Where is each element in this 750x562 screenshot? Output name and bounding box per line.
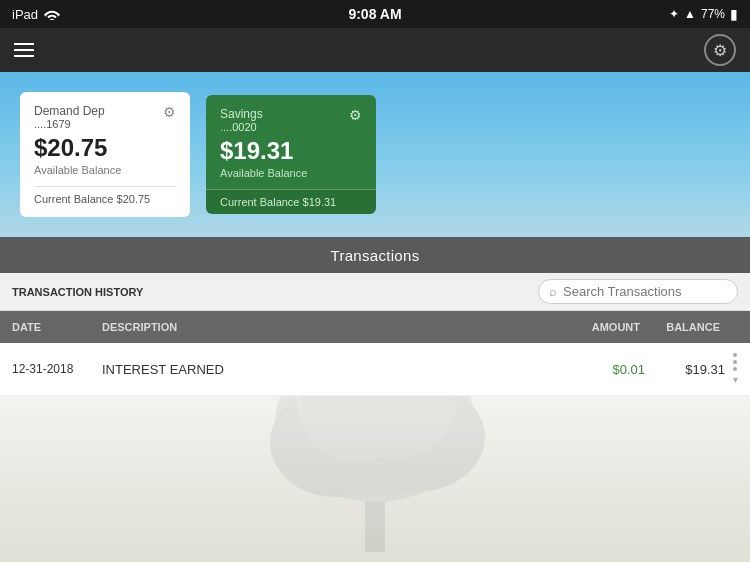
row-actions[interactable]: ▾ [733,353,738,385]
battery-icon: ▮ [730,6,738,22]
account-gear-1[interactable]: ⚙ [163,104,176,120]
col-header-date: DATE [12,321,102,333]
account-gear-2[interactable]: ⚙ [349,107,362,123]
column-headers: DATE DESCRIPTION AMOUNT BALANCE [0,311,750,343]
search-box[interactable]: ⌕ [538,279,738,304]
dot-3 [733,367,737,371]
transactions-title: Transactions [331,247,420,264]
transaction-amount: $0.01 [565,362,645,377]
hero-section: Demand Dep ....1679 ⚙ $20.75 Available B… [0,72,750,237]
tree-background [0,383,750,562]
battery-label: 77% [701,7,725,21]
nav-bar: ⚙ [0,28,750,72]
bluetooth-icon: ✦ [669,7,679,21]
transaction-description: INTEREST EARNED [102,362,565,377]
table-row[interactable]: 12-31-2018 INTEREST EARNED $0.01 $19.31 … [0,343,750,396]
transaction-date: 12-31-2018 [12,362,102,376]
col-header-amount: AMOUNT [560,321,640,333]
search-input[interactable] [563,284,727,299]
transaction-balance: $19.31 [645,362,725,377]
gear-icon: ⚙ [713,41,727,60]
current-balance-2: Current Balance $19.31 [206,189,376,214]
col-header-balance: BALANCE [640,321,720,333]
account-type-2: Savings [220,107,263,121]
menu-button[interactable] [14,43,34,57]
available-label-1: Available Balance [34,164,176,176]
account-balance-2: $19.31 [220,137,362,165]
history-label: TRANSACTION HISTORY [12,286,538,298]
status-bar: iPad 9:08 AM ✦ ▲ 77% ▮ [0,0,750,28]
transactions-body: 12-31-2018 INTEREST EARNED $0.01 $19.31 … [0,343,750,562]
status-left: iPad [12,7,60,22]
available-label-2: Available Balance [220,167,362,179]
account-number-1: ....1679 [34,118,105,130]
table-header: TRANSACTION HISTORY ⌕ [0,273,750,311]
settings-button[interactable]: ⚙ [704,34,736,66]
carrier-label: iPad [12,7,38,22]
status-time: 9:08 AM [348,6,401,22]
account-card-demand[interactable]: Demand Dep ....1679 ⚙ $20.75 Available B… [20,92,190,217]
current-balance-1: Current Balance $20.75 [34,186,176,205]
chevron-down-icon: ▾ [733,374,738,385]
wifi-icon [44,8,60,20]
account-balance-1: $20.75 [34,134,176,162]
col-header-description: DESCRIPTION [102,321,560,333]
account-card-savings[interactable]: Savings ....0020 ⚙ $19.31 Available Bala… [206,95,376,214]
account-number-2: ....0020 [220,121,263,133]
search-icon: ⌕ [549,284,557,299]
dot-1 [733,353,737,357]
status-right: ✦ ▲ 77% ▮ [669,6,738,22]
transactions-section-header: Transactions [0,237,750,273]
wifi-icon-right: ▲ [684,7,696,21]
dot-2 [733,360,737,364]
account-type-1: Demand Dep [34,104,105,118]
